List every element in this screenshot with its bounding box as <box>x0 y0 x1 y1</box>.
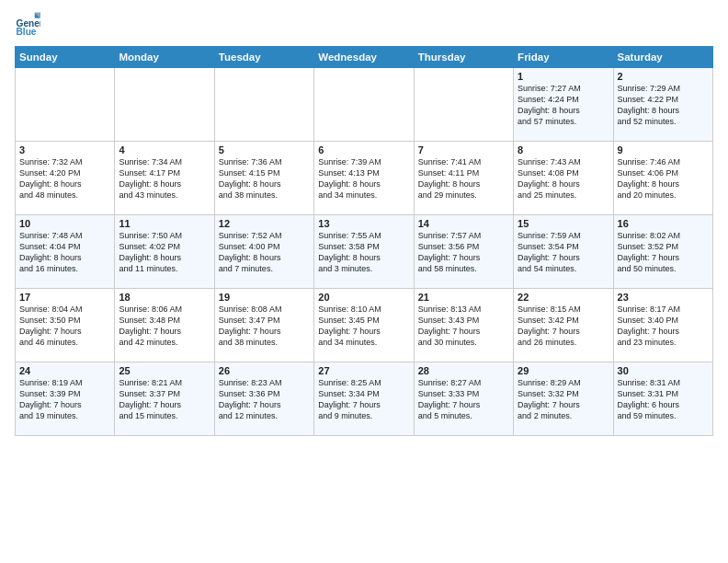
day-number: 13 <box>318 218 409 229</box>
calendar-cell: 8Sunrise: 7:43 AM Sunset: 4:08 PM Daylig… <box>514 142 613 215</box>
week-row-4: 17Sunrise: 8:04 AM Sunset: 3:50 PM Dayli… <box>16 289 713 362</box>
calendar-cell: 4Sunrise: 7:34 AM Sunset: 4:17 PM Daylig… <box>115 142 214 215</box>
calendar-cell: 27Sunrise: 8:25 AM Sunset: 3:34 PM Dayli… <box>314 362 414 436</box>
day-number: 8 <box>518 144 609 155</box>
calendar-cell: 19Sunrise: 8:08 AM Sunset: 3:47 PM Dayli… <box>214 289 313 362</box>
calendar-cell: 20Sunrise: 8:10 AM Sunset: 3:45 PM Dayli… <box>314 289 414 362</box>
day-number: 11 <box>119 218 210 229</box>
day-info: Sunrise: 7:55 AM Sunset: 3:58 PM Dayligh… <box>318 230 409 275</box>
day-number: 17 <box>19 292 110 303</box>
calendar-cell: 11Sunrise: 7:50 AM Sunset: 4:02 PM Dayli… <box>115 215 214 289</box>
day-number: 23 <box>618 292 709 303</box>
day-number: 16 <box>618 218 709 229</box>
calendar-table: SundayMondayTuesdayWednesdayThursdayFrid… <box>15 46 713 436</box>
week-row-1: 1Sunrise: 7:27 AM Sunset: 4:24 PM Daylig… <box>16 68 713 142</box>
day-number: 1 <box>518 71 609 82</box>
calendar-cell: 15Sunrise: 7:59 AM Sunset: 3:54 PM Dayli… <box>514 215 613 289</box>
calendar-cell: 25Sunrise: 8:21 AM Sunset: 3:37 PM Dayli… <box>115 362 214 436</box>
day-info: Sunrise: 8:13 AM Sunset: 3:43 PM Dayligh… <box>418 304 509 349</box>
day-number: 20 <box>318 292 409 303</box>
day-info: Sunrise: 7:52 AM Sunset: 4:00 PM Dayligh… <box>219 230 310 275</box>
calendar-cell <box>414 68 513 142</box>
day-number: 15 <box>518 218 609 229</box>
day-info: Sunrise: 8:21 AM Sunset: 3:37 PM Dayligh… <box>119 377 210 422</box>
calendar-cell: 14Sunrise: 7:57 AM Sunset: 3:56 PM Dayli… <box>414 215 513 289</box>
day-number: 9 <box>618 144 709 155</box>
weekday-header-thursday: Thursday <box>414 47 513 68</box>
svg-text:Blue: Blue <box>17 27 37 37</box>
weekday-header-tuesday: Tuesday <box>214 47 313 68</box>
day-info: Sunrise: 8:06 AM Sunset: 3:48 PM Dayligh… <box>119 304 210 349</box>
calendar-cell: 7Sunrise: 7:41 AM Sunset: 4:11 PM Daylig… <box>414 142 513 215</box>
day-info: Sunrise: 8:08 AM Sunset: 3:47 PM Dayligh… <box>219 304 310 349</box>
week-row-5: 24Sunrise: 8:19 AM Sunset: 3:39 PM Dayli… <box>16 362 713 436</box>
day-number: 28 <box>418 365 509 376</box>
calendar-cell: 2Sunrise: 7:29 AM Sunset: 4:22 PM Daylig… <box>613 68 712 142</box>
day-info: Sunrise: 7:43 AM Sunset: 4:08 PM Dayligh… <box>518 156 609 201</box>
calendar-cell <box>115 68 214 142</box>
calendar-cell: 29Sunrise: 8:29 AM Sunset: 3:32 PM Dayli… <box>514 362 613 436</box>
day-info: Sunrise: 8:17 AM Sunset: 3:40 PM Dayligh… <box>618 304 709 349</box>
day-info: Sunrise: 8:15 AM Sunset: 3:42 PM Dayligh… <box>518 304 609 349</box>
day-number: 30 <box>618 365 709 376</box>
logo: General Blue <box>15 11 44 37</box>
day-info: Sunrise: 8:19 AM Sunset: 3:39 PM Dayligh… <box>19 377 110 422</box>
day-info: Sunrise: 7:32 AM Sunset: 4:20 PM Dayligh… <box>19 156 110 201</box>
calendar-cell: 28Sunrise: 8:27 AM Sunset: 3:33 PM Dayli… <box>414 362 513 436</box>
calendar-cell: 21Sunrise: 8:13 AM Sunset: 3:43 PM Dayli… <box>414 289 513 362</box>
page: General Blue SundayMondayTuesdayWednesda… <box>0 0 728 445</box>
calendar-cell: 24Sunrise: 8:19 AM Sunset: 3:39 PM Dayli… <box>16 362 115 436</box>
calendar-cell: 9Sunrise: 7:46 AM Sunset: 4:06 PM Daylig… <box>613 142 712 215</box>
calendar-cell: 22Sunrise: 8:15 AM Sunset: 3:42 PM Dayli… <box>514 289 613 362</box>
logo-icon: General Blue <box>15 11 40 37</box>
day-info: Sunrise: 7:50 AM Sunset: 4:02 PM Dayligh… <box>119 230 210 275</box>
day-number: 24 <box>19 365 110 376</box>
weekday-header-sunday: Sunday <box>16 47 115 68</box>
day-number: 25 <box>119 365 210 376</box>
day-number: 18 <box>119 292 210 303</box>
day-info: Sunrise: 8:02 AM Sunset: 3:52 PM Dayligh… <box>618 230 709 275</box>
day-info: Sunrise: 8:25 AM Sunset: 3:34 PM Dayligh… <box>318 377 409 422</box>
day-number: 5 <box>219 144 310 155</box>
day-number: 7 <box>418 144 509 155</box>
calendar-cell: 10Sunrise: 7:48 AM Sunset: 4:04 PM Dayli… <box>16 215 115 289</box>
day-number: 27 <box>318 365 409 376</box>
calendar-cell: 18Sunrise: 8:06 AM Sunset: 3:48 PM Dayli… <box>115 289 214 362</box>
calendar-cell: 16Sunrise: 8:02 AM Sunset: 3:52 PM Dayli… <box>613 215 712 289</box>
calendar-cell: 17Sunrise: 8:04 AM Sunset: 3:50 PM Dayli… <box>16 289 115 362</box>
day-number: 10 <box>19 218 110 229</box>
calendar-cell <box>16 68 115 142</box>
day-number: 2 <box>618 71 709 82</box>
day-info: Sunrise: 8:27 AM Sunset: 3:33 PM Dayligh… <box>418 377 509 422</box>
calendar-cell: 12Sunrise: 7:52 AM Sunset: 4:00 PM Dayli… <box>214 215 313 289</box>
weekday-header-row: SundayMondayTuesdayWednesdayThursdayFrid… <box>16 47 713 68</box>
calendar-cell: 5Sunrise: 7:36 AM Sunset: 4:15 PM Daylig… <box>214 142 313 215</box>
week-row-2: 3Sunrise: 7:32 AM Sunset: 4:20 PM Daylig… <box>16 142 713 215</box>
day-info: Sunrise: 8:04 AM Sunset: 3:50 PM Dayligh… <box>19 304 110 349</box>
weekday-header-saturday: Saturday <box>613 47 712 68</box>
day-info: Sunrise: 8:31 AM Sunset: 3:31 PM Dayligh… <box>618 377 709 422</box>
header: General Blue <box>15 11 713 37</box>
day-info: Sunrise: 8:10 AM Sunset: 3:45 PM Dayligh… <box>318 304 409 349</box>
day-number: 22 <box>518 292 609 303</box>
day-info: Sunrise: 7:39 AM Sunset: 4:13 PM Dayligh… <box>318 156 409 201</box>
day-info: Sunrise: 7:48 AM Sunset: 4:04 PM Dayligh… <box>19 230 110 275</box>
calendar-cell <box>214 68 313 142</box>
day-number: 26 <box>219 365 310 376</box>
day-number: 19 <box>219 292 310 303</box>
day-number: 14 <box>418 218 509 229</box>
day-number: 29 <box>518 365 609 376</box>
day-number: 21 <box>418 292 509 303</box>
day-info: Sunrise: 7:34 AM Sunset: 4:17 PM Dayligh… <box>119 156 210 201</box>
day-number: 3 <box>19 144 110 155</box>
calendar-cell: 30Sunrise: 8:31 AM Sunset: 3:31 PM Dayli… <box>613 362 712 436</box>
day-info: Sunrise: 7:59 AM Sunset: 3:54 PM Dayligh… <box>518 230 609 275</box>
day-info: Sunrise: 7:41 AM Sunset: 4:11 PM Dayligh… <box>418 156 509 201</box>
day-info: Sunrise: 7:57 AM Sunset: 3:56 PM Dayligh… <box>418 230 509 275</box>
calendar-cell: 13Sunrise: 7:55 AM Sunset: 3:58 PM Dayli… <box>314 215 414 289</box>
calendar-cell: 23Sunrise: 8:17 AM Sunset: 3:40 PM Dayli… <box>613 289 712 362</box>
day-info: Sunrise: 7:36 AM Sunset: 4:15 PM Dayligh… <box>219 156 310 201</box>
day-number: 4 <box>119 144 210 155</box>
day-number: 6 <box>318 144 409 155</box>
day-info: Sunrise: 8:23 AM Sunset: 3:36 PM Dayligh… <box>219 377 310 422</box>
